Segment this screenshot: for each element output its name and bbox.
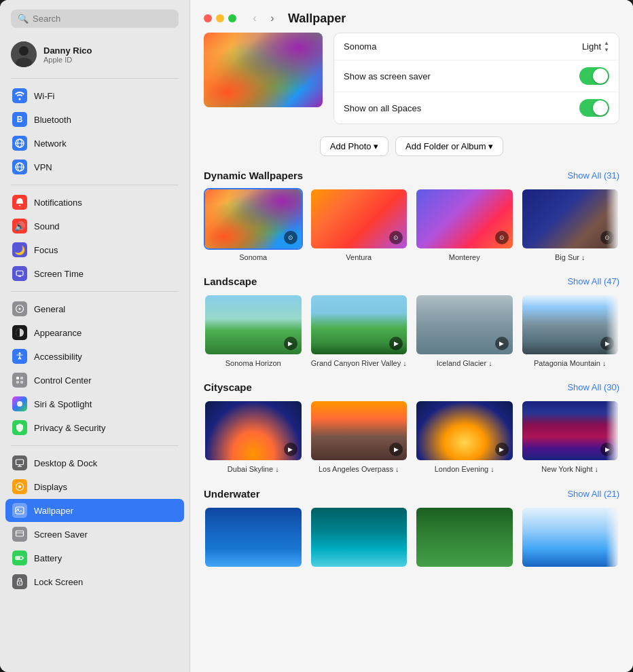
- wallpaper-item-uw4[interactable]: [521, 506, 620, 571]
- svg-point-1: [19, 46, 29, 56]
- grandcanyon-thumb: ▶: [310, 294, 409, 356]
- sidebar-item-controlcenter-label: Control Center: [34, 375, 92, 386]
- wallpaper-item-newyork[interactable]: ▶ New York Night ↓: [521, 400, 620, 474]
- sidebar-item-screentime[interactable]: Screen Time: [5, 262, 184, 285]
- general-icon: [12, 301, 27, 316]
- forward-button[interactable]: ›: [265, 11, 280, 26]
- back-button[interactable]: ‹: [247, 11, 262, 26]
- close-button[interactable]: [204, 14, 212, 22]
- wallpaper-item-london[interactable]: ▶ London Evening ↓: [415, 400, 514, 474]
- la-label: Los Angeles Overpass ↓: [310, 464, 409, 474]
- screensaver-option-row: Show as screen saver: [334, 60, 619, 92]
- underwater-title: Underwater: [204, 488, 260, 500]
- wallpaper-item-la[interactable]: ▶ Los Angeles Overpass ↓: [310, 400, 409, 474]
- dynamic-wallpapers-header: Dynamic Wallpapers Show All (31): [204, 170, 619, 181]
- sidebar-item-lockscreen[interactable]: Lock Screen: [5, 570, 184, 593]
- search-box[interactable]: 🔍: [11, 10, 179, 28]
- sidebar-item-siri-label: Siri & Spotlight: [34, 399, 92, 409]
- battery-icon: [12, 550, 27, 565]
- landscape-title: Landscape: [204, 276, 257, 287]
- add-folder-button[interactable]: Add Folder or Album ▾: [395, 136, 503, 156]
- wallpaper-item-iceland[interactable]: ▶ Iceland Glacier ↓: [415, 294, 514, 368]
- wallpaper-item-uw1[interactable]: [204, 506, 303, 571]
- la-thumb: ▶: [310, 400, 409, 462]
- wallpaper-item-uw2[interactable]: [310, 506, 409, 571]
- wallpaper-item-patagonia[interactable]: ▶ Patagonia Mountain ↓: [521, 294, 620, 368]
- sidebar-item-vpn[interactable]: VPN: [5, 155, 184, 179]
- svg-point-15: [19, 352, 21, 354]
- landscape-show-all[interactable]: Show All (47): [567, 276, 619, 286]
- sidebar-item-battery-label: Battery: [34, 553, 62, 563]
- sidebar-item-privacy[interactable]: Privacy & Security: [5, 416, 184, 439]
- sidebar-item-wallpaper[interactable]: Wallpaper: [5, 499, 184, 522]
- svg-rect-17: [20, 377, 23, 379]
- page-title: Wallpaper: [288, 12, 346, 26]
- wallpaper-item-uw3[interactable]: [415, 506, 514, 571]
- sidebar-item-wifi[interactable]: Wi-Fi: [5, 84, 184, 107]
- wallpaper-item-ventura[interactable]: ⊙ Ventura: [310, 188, 409, 262]
- add-photo-button[interactable]: Add Photo ▾: [320, 136, 388, 156]
- sidebar-item-screentime-label: Screen Time: [34, 269, 84, 279]
- landscape-section: Landscape Show All (47) ▶ Sonoma Horizon: [204, 276, 619, 368]
- sidebar-item-notifications[interactable]: Notifications: [5, 191, 184, 214]
- sidebar-item-sound[interactable]: 🔊 Sound: [5, 214, 184, 238]
- landscape-header: Landscape Show All (47): [204, 276, 619, 287]
- avatar: [11, 41, 37, 67]
- wallpaper-item-grandcanyon[interactable]: ▶ Grand Canyon River Valley ↓: [310, 294, 409, 368]
- cityscape-show-all[interactable]: Show All (30): [567, 382, 619, 392]
- displays-icon: [12, 479, 27, 494]
- sidebar-item-displays[interactable]: Displays: [5, 475, 184, 498]
- svg-rect-9: [16, 271, 23, 276]
- user-section[interactable]: Danny Rico Apple ID: [0, 35, 189, 75]
- uw2-thumb-inner: [311, 508, 408, 567]
- sidebar-item-battery[interactable]: Battery: [5, 546, 184, 570]
- search-input[interactable]: [33, 14, 172, 24]
- sidebar-item-siri[interactable]: Siri & Spotlight: [5, 392, 184, 415]
- sidebar-item-general[interactable]: General: [5, 297, 184, 320]
- current-wallpaper-thumb[interactable]: [204, 33, 323, 107]
- wallpaper-item-sonoma[interactable]: ⊙ Sonoma: [204, 188, 303, 262]
- sidebar-item-focus[interactable]: 🌙 Focus: [5, 238, 184, 261]
- network-icon: [12, 136, 27, 151]
- vpn-icon: [12, 160, 27, 174]
- sidebar-item-privacy-label: Privacy & Security: [34, 423, 105, 433]
- screensaver-toggle[interactable]: [579, 67, 609, 85]
- uw2-thumb: [310, 506, 409, 568]
- dubai-badge: ▶: [284, 443, 297, 456]
- sidebar: 🔍 Danny Rico Apple ID: [0, 0, 190, 672]
- uw1-thumb-inner: [205, 508, 302, 567]
- wallpaper-appearance-selector[interactable]: Light ▲ ▼: [582, 40, 609, 53]
- sidebar-item-accessibility[interactable]: Accessibility: [5, 345, 184, 368]
- dynamic-show-all[interactable]: Show All (31): [567, 170, 619, 181]
- all-spaces-toggle[interactable]: [579, 99, 609, 117]
- iceland-badge: ▶: [495, 337, 509, 350]
- accessibility-icon: [12, 349, 27, 364]
- sidebar-item-displays-label: Displays: [34, 482, 67, 492]
- monterey-thumb: ⊙: [415, 188, 514, 250]
- dynamic-wallpapers-grid: ⊙ Sonoma ⊙ Ventura ⊙: [204, 188, 619, 262]
- sidebar-item-screensaver[interactable]: Screen Saver: [5, 523, 184, 546]
- wallpaper-item-dubai[interactable]: ▶ Dubai Skyline ↓: [204, 400, 303, 474]
- sidebar-item-desktop[interactable]: Desktop & Dock: [5, 451, 184, 474]
- maximize-button[interactable]: [228, 14, 236, 22]
- wallpaper-item-sonoma-horizon[interactable]: ▶ Sonoma Horizon: [204, 294, 303, 368]
- lockscreen-icon: [12, 574, 27, 589]
- siri-icon: [12, 396, 27, 411]
- underwater-show-all[interactable]: Show All (21): [567, 489, 619, 499]
- sidebar-item-bluetooth[interactable]: B Bluetooth: [5, 108, 184, 131]
- sidebar-item-controlcenter[interactable]: Control Center: [5, 369, 184, 392]
- search-icon: 🔍: [18, 14, 29, 24]
- sidebar-item-focus-label: Focus: [34, 245, 58, 255]
- sidebar-item-network[interactable]: Network: [5, 132, 184, 155]
- minimize-button[interactable]: [216, 14, 224, 22]
- sidebar-item-appearance[interactable]: Appearance: [5, 321, 184, 344]
- wallpaper-item-monterey[interactable]: ⊙ Monterey: [415, 188, 514, 262]
- underwater-section: Underwater Show All (21): [204, 488, 619, 571]
- uw4-thumb: [521, 506, 620, 568]
- wallpaper-item-bigsur[interactable]: ⊙ Big Sur ↓: [521, 188, 620, 262]
- newyork-label: New York Night ↓: [521, 464, 620, 474]
- svg-rect-32: [23, 557, 24, 559]
- ventura-thumb: ⊙: [310, 188, 409, 250]
- all-spaces-option-row: Show on all Spaces: [334, 92, 619, 124]
- monterey-label: Monterey: [415, 253, 514, 262]
